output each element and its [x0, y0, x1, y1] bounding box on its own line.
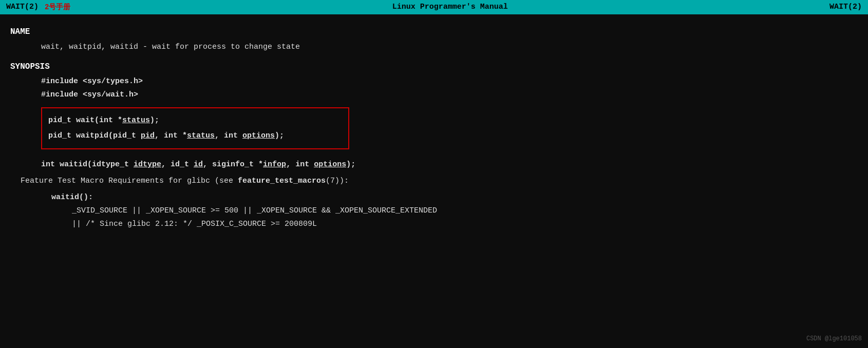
waitpid-mid1: , int *: [155, 131, 187, 140]
header-right-title: WAIT(2): [829, 1, 862, 13]
waitpid-mid2: , int: [215, 131, 242, 140]
waitid-mid2: , siginfo_t *: [203, 160, 263, 169]
waitid-id-link: id: [194, 160, 203, 169]
include-wait: #include <sys/wait.h>: [10, 89, 858, 101]
wait-signature: pid_t wait(int *status);: [48, 114, 342, 127]
feature-value-1: _SVID_SOURCE || _XOPEN_SOURCE >= 500 || …: [10, 205, 858, 217]
header-center-title: Linux Programmer's Manual: [392, 1, 508, 13]
waitid-call-label: waitid():: [10, 191, 858, 204]
waitpid-status-link: status: [187, 131, 215, 140]
header-left-title: WAIT(2): [6, 1, 39, 13]
wait-prefix: pid_t wait(int *: [48, 116, 122, 125]
feature-text-prefix: Feature Test Macro Requirements for glib…: [21, 177, 238, 185]
synopsis-section-label: SYNOPSIS: [10, 61, 858, 74]
waitid-options-link: options: [314, 160, 346, 169]
wait-status-link: status: [122, 116, 150, 125]
red-box-synopsis: pid_t wait(int *status); pid_t waitpid(p…: [41, 107, 349, 149]
feature-text-suffix: (7)):: [326, 177, 349, 185]
waitid-mid3: , int: [286, 160, 314, 169]
waitpid-options-link: options: [242, 131, 275, 140]
waitid-signature: int waitid(idtype_t idtype, id_t id, sig…: [10, 159, 858, 171]
waitid-idtype-link: idtype: [134, 160, 161, 169]
waitid-mid1: , id_t: [161, 160, 194, 169]
name-section-content: wait, waitpid, waitid - wait for process…: [10, 41, 858, 53]
include-types: #include <sys/types.h>: [10, 75, 858, 88]
waitpid-signature: pid_t waitpid(pid_t pid, int *status, in…: [48, 130, 342, 142]
waitpid-pid-link: pid: [141, 131, 155, 140]
feature-value-2: || /* Since glibc 2.12: */ _POSIX_C_SOUR…: [10, 218, 858, 230]
header-subtitle: 2号手册: [45, 2, 70, 13]
watermark: CSDN @lge101058: [806, 334, 862, 344]
header-bar: WAIT(2) 2号手册 Linux Programmer's Manual W…: [0, 0, 868, 14]
wait-suffix: );: [150, 116, 159, 125]
waitpid-suffix: );: [275, 131, 284, 140]
header-left: WAIT(2) 2号手册: [6, 1, 70, 13]
name-section-label: NAME: [10, 26, 858, 39]
terminal-window: WAIT(2) 2号手册 Linux Programmer's Manual W…: [0, 0, 868, 348]
waitpid-prefix: pid_t waitpid(pid_t: [48, 131, 141, 140]
feature-bold-text: feature_test_macros: [238, 177, 326, 185]
waitid-prefix: int waitid(idtype_t: [41, 160, 134, 169]
waitid-suffix: );: [346, 160, 355, 169]
manual-content: NAME wait, waitpid, waitid - wait for pr…: [0, 14, 868, 238]
feature-test-line: Feature Test Macro Requirements for glib…: [10, 175, 858, 187]
waitid-infop-link: infop: [263, 160, 286, 169]
